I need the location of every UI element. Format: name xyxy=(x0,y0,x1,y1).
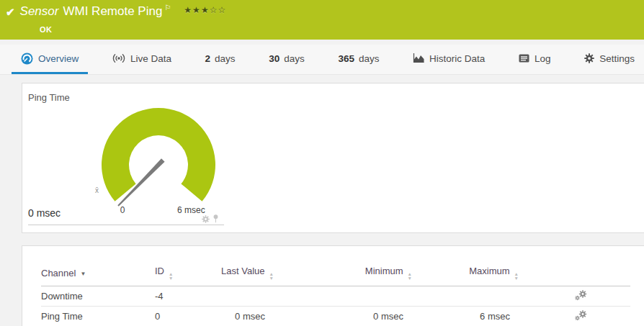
pin-icon[interactable] xyxy=(213,214,219,223)
stars-empty: ☆☆ xyxy=(210,5,227,15)
cell-last-value: 0 msec xyxy=(220,307,274,326)
gauge-average-marker-label: x̄ xyxy=(95,186,99,194)
status-check-icon: ✔ xyxy=(6,6,15,19)
gauge-icon xyxy=(21,53,33,65)
gauge-current-value: 0 msec xyxy=(28,207,61,219)
area-chart-icon xyxy=(413,53,424,63)
table-row: Downtime -4 xyxy=(41,286,630,307)
cell-minimum: 0 msec xyxy=(274,307,412,326)
channel-table-panel: Channel▼ ID▲▼ Last Value▲▼ Minimum▲▼ Max… xyxy=(22,245,644,326)
log-list-icon xyxy=(519,54,529,63)
sort-toggle-icon: ▲▼ xyxy=(514,272,519,281)
column-label: Channel xyxy=(41,268,76,279)
cell-last-value xyxy=(220,286,274,307)
stars-filled: ★★★ xyxy=(184,5,209,15)
sort-toggle-icon: ▲▼ xyxy=(408,272,412,281)
column-label: ID xyxy=(155,266,164,276)
tab-label: Settings xyxy=(599,53,635,64)
tab-bar: Overview Live Data 2 days 30 days 365 da… xyxy=(0,45,644,75)
column-label: Minimum xyxy=(365,266,403,276)
column-header-maximum[interactable]: Maximum▲▼ xyxy=(412,266,519,286)
column-header-id[interactable]: ID▲▼ xyxy=(155,266,220,286)
column-label: Last Value xyxy=(221,266,264,276)
gauge-min-label: 0 xyxy=(113,205,132,215)
cell-minimum xyxy=(274,286,412,307)
gauge-settings-gear-icon[interactable] xyxy=(202,215,210,223)
column-header-channel[interactable]: Channel▼ xyxy=(41,266,155,286)
gauge-panel-title: Ping Time xyxy=(28,92,70,103)
column-header-minimum[interactable]: Minimum▲▼ xyxy=(274,266,412,286)
sensor-title: WMI Remote Ping xyxy=(63,4,162,19)
sort-toggle-icon: ▲▼ xyxy=(269,272,274,281)
gauge-ring xyxy=(102,108,215,202)
tab-label: Log xyxy=(535,53,551,64)
tab-historic-data[interactable]: Historic Data xyxy=(403,45,494,74)
column-header-settings xyxy=(519,266,630,286)
gauge-max-label: 6 msec xyxy=(177,205,205,215)
column-header-last-value[interactable]: Last Value▲▼ xyxy=(220,266,274,286)
tab-number: 365 xyxy=(338,53,354,64)
tab-settings[interactable]: Settings xyxy=(575,45,644,74)
tab-label: days xyxy=(284,53,305,64)
sensor-kind-label: Sensor xyxy=(20,4,59,19)
tab-365-days[interactable]: 365 days xyxy=(328,45,388,74)
content-area: Ping Time x̄ 0 6 msec 0 msec Channel xyxy=(0,75,644,326)
tab-number: 2 xyxy=(205,53,211,64)
cell-channel: Ping Time xyxy=(41,307,155,326)
broadcast-icon xyxy=(112,53,125,63)
cell-maximum xyxy=(412,286,519,307)
tab-overview[interactable]: Overview xyxy=(12,45,88,74)
tab-label: days xyxy=(215,53,236,64)
sensor-header: ✔ Sensor WMI Remote Ping ⚐ ★★★☆☆ OK xyxy=(0,0,644,40)
gauge-divider xyxy=(28,225,224,225)
cell-id: 0 xyxy=(155,307,220,326)
sort-desc-icon: ▼ xyxy=(80,271,86,277)
status-badge: OK xyxy=(40,25,53,34)
tab-label: Historic Data xyxy=(429,53,485,64)
flag-icon[interactable]: ⚐ xyxy=(164,4,171,12)
table-row: Ping Time 0 0 msec 0 msec 6 msec xyxy=(41,307,630,326)
tab-2-days[interactable]: 2 days xyxy=(196,45,245,74)
table-header-row: Channel▼ ID▲▼ Last Value▲▼ Minimum▲▼ Max… xyxy=(41,266,630,286)
channel-table: Channel▼ ID▲▼ Last Value▲▼ Minimum▲▼ Max… xyxy=(41,266,630,326)
cell-channel: Downtime xyxy=(41,286,155,307)
sort-toggle-icon: ▲▼ xyxy=(169,272,173,281)
tab-live-data[interactable]: Live Data xyxy=(103,45,181,74)
cell-maximum: 6 msec xyxy=(412,307,519,326)
tab-label: days xyxy=(359,53,380,64)
ping-time-gauge-panel: Ping Time x̄ 0 6 msec 0 msec xyxy=(22,83,644,233)
tab-30-days[interactable]: 30 days xyxy=(259,45,314,74)
channel-settings-icon[interactable] xyxy=(575,290,587,303)
priority-stars[interactable]: ★★★☆☆ xyxy=(184,5,226,15)
tab-log[interactable]: Log xyxy=(509,45,560,74)
channel-settings-icon[interactable] xyxy=(575,310,587,323)
column-label: Maximum xyxy=(469,266,509,276)
tab-label: Overview xyxy=(38,53,79,64)
cell-id: -4 xyxy=(155,286,220,307)
gear-icon xyxy=(584,53,594,63)
tab-number: 30 xyxy=(269,53,279,64)
tab-label: Live Data xyxy=(130,53,171,64)
